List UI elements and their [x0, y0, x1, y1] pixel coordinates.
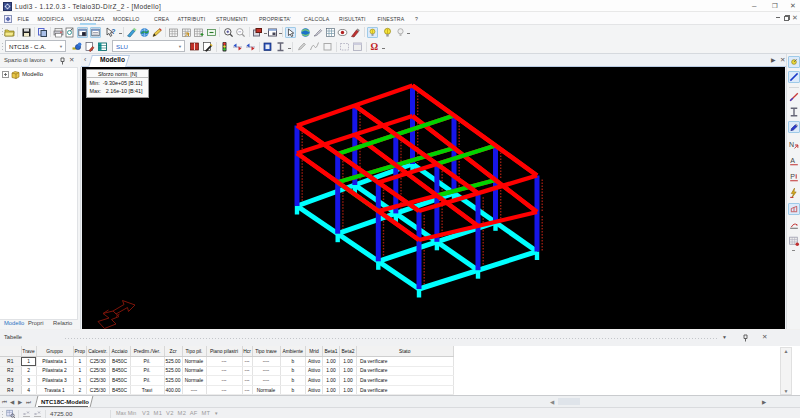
svg-text:Ω: Ω [371, 42, 379, 52]
svg-text:N: N [789, 141, 794, 149]
svg-text:A: A [790, 157, 795, 165]
svg-text:P: P [790, 173, 795, 181]
svg-text:?: ? [111, 28, 115, 35]
